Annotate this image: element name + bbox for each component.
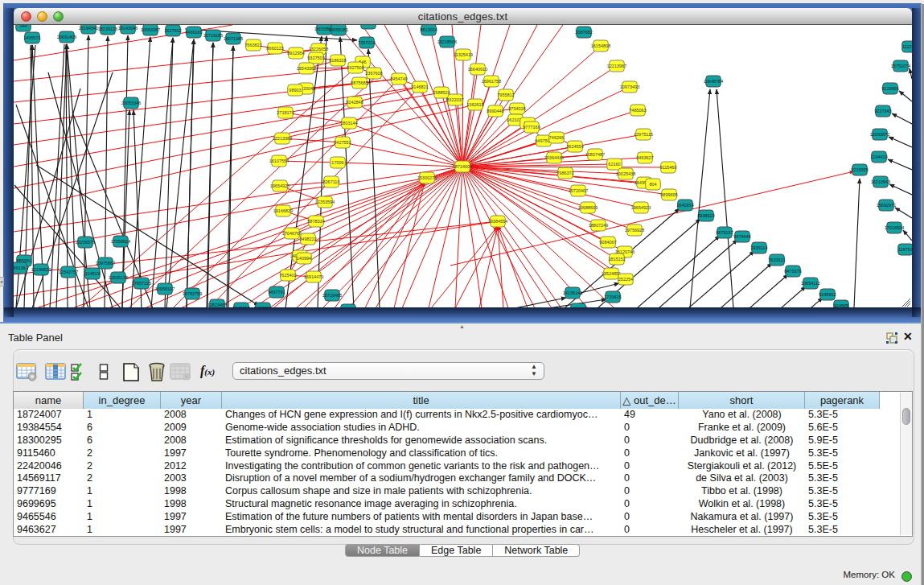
svg-text:20053346: 20053346: [121, 101, 141, 105]
svg-text:18724007: 18724007: [453, 164, 472, 169]
svg-text:6899695: 6899695: [660, 192, 677, 197]
svg-text:12353594: 12353594: [315, 200, 335, 204]
svg-text:7485063: 7485063: [629, 108, 646, 113]
svg-text:1815152: 1815152: [608, 257, 625, 262]
svg-text:9457791: 9457791: [254, 306, 271, 307]
svg-text:39139: 39139: [14, 266, 26, 270]
svg-text:9777169: 9777169: [523, 125, 540, 130]
svg-text:5878334: 5878334: [307, 219, 324, 224]
svg-text:1733426: 1733426: [604, 295, 621, 299]
svg-text:19218506: 19218506: [437, 39, 457, 44]
svg-text:17359924: 17359924: [111, 239, 130, 244]
svg-text:19654923: 19654923: [631, 205, 651, 210]
svg-text:9794028: 9794028: [508, 106, 525, 111]
svg-text:6466160: 6466160: [185, 30, 202, 35]
svg-text:20691406: 20691406: [57, 35, 76, 39]
svg-text:15716485: 15716485: [322, 293, 342, 298]
svg-text:8322037: 8322037: [446, 97, 463, 102]
svg-text:114519: 114519: [85, 271, 100, 276]
svg-text:17006: 17006: [331, 160, 343, 165]
svg-text:15720407: 15720407: [569, 188, 588, 193]
svg-text:10654112: 10654112: [801, 281, 820, 286]
svg-text:8813054: 8813054: [420, 27, 437, 32]
svg-text:9227343: 9227343: [874, 109, 891, 113]
svg-text:7955812: 7955812: [497, 93, 514, 97]
svg-text:19384554: 19384554: [488, 219, 507, 224]
svg-text:16914479: 16914479: [304, 274, 323, 279]
svg-text:9242848: 9242848: [346, 100, 363, 105]
svg-text:9457791: 9457791: [268, 290, 285, 295]
svg-text:8267110: 8267110: [322, 179, 339, 184]
svg-text:2367608: 2367608: [365, 71, 382, 76]
svg-text:10807487: 10807487: [585, 152, 605, 157]
svg-text:3624554: 3624554: [566, 144, 583, 149]
svg-text:804: 804: [649, 182, 656, 187]
svg-text:20194340: 20194340: [79, 26, 98, 31]
svg-text:18239126: 18239126: [98, 27, 117, 31]
svg-text:12213967: 12213967: [607, 64, 626, 68]
svg-text:11325419: 11325419: [454, 52, 473, 57]
svg-text:3498222: 3498222: [299, 237, 316, 241]
svg-text:12093872: 12093872: [870, 132, 889, 137]
svg-text:19654925: 19654925: [270, 183, 290, 188]
svg-text:18807249: 18807249: [589, 223, 608, 228]
svg-text:10958107: 10958107: [155, 286, 175, 291]
svg-text:13226058: 13226058: [309, 47, 328, 51]
svg-text:10025438: 10025438: [616, 171, 635, 176]
svg-text:144: 144: [19, 25, 27, 28]
svg-text:16154808: 16154808: [591, 43, 610, 48]
svg-text:9245652: 9245652: [819, 292, 836, 297]
svg-text:9327503: 9327503: [307, 56, 324, 60]
svg-text:7625402: 7625402: [279, 273, 296, 278]
svg-text:16210643: 16210643: [871, 179, 890, 184]
svg-text:17957225: 17957225: [132, 281, 151, 286]
svg-text:1527602: 1527602: [164, 28, 181, 33]
svg-text:16543362: 16543362: [297, 66, 316, 71]
svg-text:8427552: 8427552: [334, 140, 351, 145]
svg-text:12213383: 12213383: [273, 136, 292, 141]
svg-text:15692971: 15692971: [877, 203, 896, 208]
svg-text:19166829: 19166829: [273, 208, 293, 213]
svg-text:20206576: 20206576: [76, 240, 95, 245]
svg-text:1640954: 1640954: [676, 203, 693, 208]
svg-text:2803144: 2803144: [340, 121, 357, 126]
svg-text:16961758: 16961758: [482, 79, 501, 84]
svg-text:15300275: 15300275: [417, 175, 437, 180]
svg-text:8660123: 8660123: [266, 46, 283, 51]
svg-text:140994: 140994: [297, 256, 311, 261]
svg-text:19756928: 19756928: [625, 228, 644, 233]
svg-text:98903: 98903: [289, 88, 301, 93]
svg-text:1362615: 1362615: [466, 102, 483, 107]
svg-text:9327508: 9327508: [347, 65, 363, 70]
svg-text:8186328: 8186328: [329, 58, 346, 63]
svg-text:5215955: 5215955: [851, 167, 868, 172]
svg-text:12342757: 12342757: [59, 270, 78, 274]
svg-text:9115460: 9115460: [659, 165, 676, 170]
svg-text:12975115: 12975115: [634, 132, 653, 137]
svg-text:16640910: 16640910: [468, 67, 487, 72]
svg-text:7632621: 7632621: [768, 257, 785, 262]
svg-text:12823468: 12823468: [207, 303, 227, 307]
svg-text:17046766: 17046766: [282, 231, 302, 236]
svg-text:10719185: 10719185: [203, 33, 223, 38]
svg-text:16055381: 16055381: [329, 27, 348, 32]
svg-text:9474444: 9474444: [733, 234, 750, 239]
svg-text:62160: 62160: [608, 162, 620, 167]
svg-text:14136141: 14136141: [563, 290, 582, 295]
svg-text:15751074: 15751074: [891, 64, 910, 68]
svg-text:6879197: 6879197: [716, 230, 733, 235]
svg-text:9129966: 9129966: [881, 86, 898, 91]
svg-text:10648784: 10648784: [704, 79, 723, 84]
svg-text:16671385: 16671385: [224, 36, 243, 41]
svg-text:924565: 924565: [834, 303, 848, 307]
svg-text:1244419: 1244419: [870, 154, 887, 159]
svg-text:9084067: 9084067: [599, 240, 616, 245]
svg-text:16782759: 16782759: [183, 291, 202, 296]
svg-text:9245013: 9245013: [232, 306, 249, 307]
svg-text:20364436: 20364436: [544, 155, 564, 160]
svg-text:8912954: 8912954: [287, 51, 304, 56]
svg-text:10975867: 10975867: [96, 261, 115, 266]
svg-text:111297: 111297: [902, 44, 912, 49]
svg-text:2087682: 2087682: [575, 30, 592, 35]
svg-text:12156829: 12156829: [31, 267, 51, 272]
